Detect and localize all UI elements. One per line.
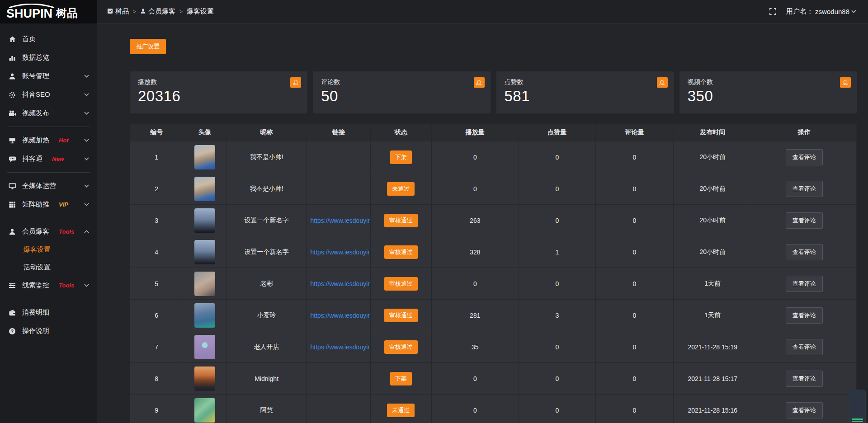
- sidebar-item-label: 会员爆客: [22, 227, 49, 236]
- cell-comments: 0: [596, 268, 674, 300]
- cell-comments: 0: [596, 173, 674, 205]
- cell-avatar: [183, 395, 226, 423]
- monitor-icon: [8, 183, 16, 190]
- floating-support-widget[interactable]: [849, 390, 866, 423]
- stat-label: 视频个数: [688, 78, 849, 86]
- sidebar-item-4[interactable]: 视频发布: [0, 104, 97, 122]
- sidebar-subitem-12-0[interactable]: 爆客设置: [0, 241, 97, 258]
- user-menu[interactable]: 用户名： zswodun88: [786, 7, 856, 16]
- cell-status: 审核通过: [370, 331, 431, 363]
- view-comments-button[interactable]: 查看评论: [786, 181, 823, 197]
- cell-link: https://www.iesdouyin.c: [307, 205, 370, 236]
- column-header-0: 编号: [130, 124, 183, 141]
- cell-comments: 0: [596, 141, 674, 173]
- sidebar-subitem-12-1[interactable]: 活动设置: [0, 258, 97, 276]
- cell-status: 下架: [370, 363, 431, 395]
- video-link[interactable]: https://www.iesdouyin.c: [307, 312, 370, 319]
- breadcrumb: 树品>会员爆客>爆客设置: [107, 7, 214, 16]
- chevron-down-icon: [84, 112, 89, 115]
- username-value: zswodun88: [815, 8, 849, 15]
- cell-id: 1: [130, 141, 183, 173]
- cell-avatar: [183, 173, 226, 205]
- table-row: 3设置一个新名字https://www.iesdouyin.c审核通过26300…: [130, 205, 857, 236]
- logo-arc-icon: [7, 4, 56, 8]
- sidebar-item-12[interactable]: 会员爆客Tools: [0, 222, 97, 241]
- view-comments-button[interactable]: 查看评论: [786, 212, 823, 229]
- sidebar-item-badge: Hot: [59, 137, 69, 144]
- breadcrumb-item-1[interactable]: 会员爆客: [140, 7, 175, 16]
- video-link[interactable]: https://www.iesdouyin.c: [307, 343, 370, 351]
- sidebar-item-10[interactable]: 矩阵助推VIP: [0, 195, 97, 214]
- view-comments-button[interactable]: 查看评论: [786, 371, 823, 387]
- cell-action: 查看评论: [752, 141, 857, 173]
- cell-nickname: 我不是小帅!: [226, 173, 307, 205]
- cell-time: 1天前: [673, 268, 752, 300]
- sidebar-item-7[interactable]: 抖客通New: [0, 150, 97, 168]
- cell-nickname: Midnight: [226, 363, 307, 395]
- cell-link: https://www.iesdouyin.c: [307, 331, 370, 363]
- cell-nickname: 设置一个新名字: [226, 236, 307, 268]
- cell-status: 审核通过: [370, 205, 431, 236]
- cell-comments: 0: [596, 395, 674, 423]
- heat-icon: [8, 137, 16, 144]
- sidebar-item-label: 视频加热: [22, 136, 49, 145]
- view-comments-button[interactable]: 查看评论: [786, 402, 823, 418]
- cell-link: https://www.iesdouyin.c: [307, 236, 370, 268]
- fullscreen-icon[interactable]: [769, 8, 776, 15]
- cell-action: 查看评论: [752, 205, 857, 236]
- status-badge: 审核通过: [384, 214, 418, 227]
- column-header-4: 状态: [370, 124, 431, 141]
- promo-settings-button[interactable]: 推广设置: [130, 39, 166, 54]
- cell-likes: 0: [519, 395, 595, 423]
- sidebar-item-9[interactable]: 全媒体运营: [0, 177, 97, 195]
- sidebar-item-2[interactable]: 账号管理: [0, 67, 97, 85]
- sidebar-item-1[interactable]: 数据总览: [0, 48, 97, 67]
- video-link[interactable]: https://www.iesdouyin.c: [307, 217, 370, 224]
- view-comments-button[interactable]: 查看评论: [786, 276, 823, 292]
- view-comments-button[interactable]: 查看评论: [786, 307, 823, 324]
- sidebar-item-6[interactable]: 视频加热Hot: [0, 131, 97, 150]
- cell-time: 20小时前: [673, 141, 752, 173]
- chevron-down-icon: [84, 203, 89, 206]
- sidebar: SHUPIN 树品 首页数据总览账号管理抖音SEO视频发布视频加热Hot抖客通N…: [0, 0, 97, 423]
- status-badge: 下架: [390, 150, 412, 164]
- view-comments-button[interactable]: 查看评论: [786, 149, 823, 165]
- status-badge: 审核通过: [384, 309, 418, 322]
- breadcrumb-item-0[interactable]: 树品: [107, 7, 129, 16]
- cell-id: 3: [130, 205, 183, 236]
- cell-comments: 0: [596, 363, 674, 395]
- stat-label: 播放数: [138, 78, 299, 86]
- cell-plays: 0: [431, 395, 519, 423]
- cell-time: 2021-11-28 15:17: [673, 363, 752, 395]
- breadcrumb-item-2: 爆客设置: [187, 7, 214, 16]
- sidebar-item-0[interactable]: 首页: [0, 30, 97, 48]
- sidebar-menu: 首页数据总览账号管理抖音SEO视频发布视频加热Hot抖客通New全媒体运营矩阵助…: [0, 24, 97, 340]
- sidebar-item-3[interactable]: 抖音SEO: [0, 85, 97, 104]
- stat-total-badge: 总: [840, 77, 851, 88]
- breadcrumb-separator: >: [133, 9, 136, 15]
- cell-nickname: 我不是小帅!: [226, 141, 307, 173]
- sidebar-item-label: 数据总览: [22, 53, 49, 62]
- view-comments-button[interactable]: 查看评论: [786, 244, 823, 260]
- stat-value: 50: [321, 88, 482, 105]
- cell-action: 查看评论: [752, 173, 857, 205]
- status-badge: 审核通过: [384, 340, 418, 354]
- sidebar-item-label: 视频发布: [22, 109, 49, 118]
- video-link[interactable]: https://www.iesdouyin.c: [307, 249, 370, 256]
- chevron-down-icon: [84, 184, 89, 188]
- sidebar-item-16[interactable]: ?操作说明: [0, 322, 97, 340]
- logo-text-en: SHUPIN: [6, 7, 52, 20]
- sidebar-item-label: 抖客通: [22, 155, 42, 163]
- cell-action: 查看评论: [752, 300, 857, 331]
- status-badge: 审核通过: [384, 277, 418, 291]
- sidebar-item-15[interactable]: 消费明细: [0, 303, 97, 322]
- cell-id: 5: [130, 268, 183, 300]
- member-icon: [8, 228, 16, 235]
- cell-likes: 0: [519, 141, 595, 173]
- video-link[interactable]: https://www.iesdouyin.c: [307, 280, 370, 287]
- view-comments-button[interactable]: 查看评论: [786, 339, 823, 355]
- avatar: [194, 335, 215, 359]
- table-row: 5老彬https://www.iesdouyin.c审核通过0001天前查看评论: [130, 268, 857, 300]
- sidebar-item-13[interactable]: 线索监控Tools: [0, 276, 97, 295]
- cell-plays: 35: [431, 331, 519, 363]
